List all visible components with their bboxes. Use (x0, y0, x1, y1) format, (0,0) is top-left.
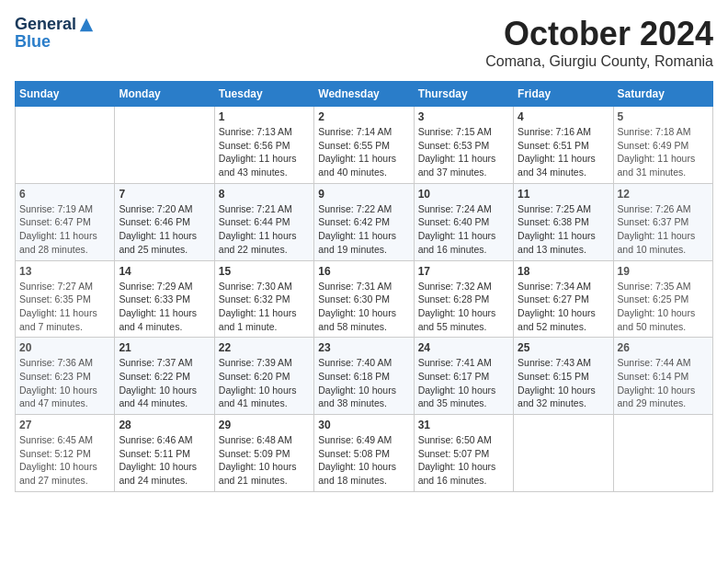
day-info: Sunrise: 7:18 AMSunset: 6:49 PMDaylight:… (618, 125, 709, 179)
day-info-line: Sunrise: 7:29 AM (119, 281, 192, 292)
day-info-line: Sunset: 6:14 PM (618, 371, 689, 382)
day-info-line: Sunrise: 7:24 AM (418, 203, 492, 214)
calendar-cell: 15Sunrise: 7:30 AMSunset: 6:32 PMDayligh… (214, 260, 313, 338)
day-info-line: Daylight: 11 hours and 37 minutes. (418, 153, 496, 178)
day-info-line: Daylight: 11 hours and 4 minutes. (119, 307, 197, 332)
day-info-line: Daylight: 11 hours and 31 minutes. (618, 153, 696, 178)
day-number: 22 (219, 341, 310, 354)
day-number: 5 (618, 110, 709, 123)
calendar-week-5: 27Sunrise: 6:45 AMSunset: 5:12 PMDayligh… (16, 415, 713, 492)
day-info-line: Sunset: 6:51 PM (518, 140, 589, 151)
day-info-line: Sunrise: 7:27 AM (19, 281, 93, 292)
day-info: Sunrise: 6:49 AMSunset: 5:08 PMDaylight:… (318, 433, 409, 488)
day-number: 31 (418, 419, 509, 431)
day-number: 8 (219, 188, 310, 201)
day-info: Sunrise: 7:31 AMSunset: 6:30 PMDaylight:… (318, 280, 409, 334)
day-number: 12 (618, 188, 709, 201)
day-info-line: Daylight: 10 hours and 52 minutes. (518, 307, 596, 332)
day-info-line: Daylight: 10 hours and 32 minutes. (518, 385, 596, 409)
day-info-line: Daylight: 10 hours and 29 minutes. (618, 385, 696, 409)
day-info-line: Sunset: 5:11 PM (119, 448, 190, 459)
day-info-line: Daylight: 10 hours and 50 minutes. (618, 307, 696, 332)
calendar-cell: 11Sunrise: 7:25 AMSunset: 6:38 PMDayligh… (514, 183, 613, 260)
day-info-line: Sunrise: 7:21 AM (219, 203, 292, 214)
day-number: 24 (418, 341, 509, 354)
calendar-cell (16, 107, 115, 184)
day-info-line: Sunrise: 7:39 AM (219, 357, 292, 368)
calendar-cell: 22Sunrise: 7:39 AMSunset: 6:20 PMDayligh… (214, 338, 313, 415)
day-info: Sunrise: 7:16 AMSunset: 6:51 PMDaylight:… (518, 125, 609, 179)
day-info-line: Sunrise: 7:25 AM (518, 203, 591, 214)
day-info-line: Daylight: 11 hours and 1 minute. (219, 307, 297, 332)
day-info-line: Daylight: 10 hours and 18 minutes. (318, 461, 396, 486)
day-info-line: Sunrise: 7:16 AM (518, 126, 591, 137)
day-info-line: Daylight: 11 hours and 40 minutes. (318, 153, 396, 178)
calendar-week-1: 1Sunrise: 7:13 AMSunset: 6:56 PMDaylight… (16, 107, 713, 184)
day-info: Sunrise: 7:36 AMSunset: 6:23 PMDaylight:… (19, 356, 110, 410)
day-info: Sunrise: 7:25 AMSunset: 6:38 PMDaylight:… (518, 202, 609, 257)
day-info-line: Sunrise: 7:35 AM (618, 281, 691, 292)
day-info-line: Sunrise: 7:19 AM (19, 203, 93, 214)
title-area: October 2024 Comana, Giurgiu County, Rom… (485, 15, 713, 70)
day-info-line: Sunrise: 6:49 AM (318, 434, 392, 445)
calendar-cell: 29Sunrise: 6:48 AMSunset: 5:09 PMDayligh… (214, 415, 313, 492)
logo: General Blue (15, 15, 95, 52)
day-info-line: Sunset: 6:20 PM (219, 371, 290, 382)
calendar-cell: 30Sunrise: 6:49 AMSunset: 5:08 PMDayligh… (314, 415, 414, 492)
day-info-line: Sunset: 6:22 PM (119, 371, 190, 382)
day-info-line: Sunset: 6:33 PM (119, 293, 190, 304)
day-info: Sunrise: 7:20 AMSunset: 6:46 PMDaylight:… (119, 202, 210, 257)
day-info: Sunrise: 7:39 AMSunset: 6:20 PMDaylight:… (219, 356, 310, 410)
calendar-cell: 8Sunrise: 7:21 AMSunset: 6:44 PMDaylight… (214, 183, 313, 260)
day-number: 14 (119, 265, 210, 278)
day-info-line: Sunrise: 7:37 AM (119, 357, 192, 368)
day-info-line: Sunset: 6:49 PM (618, 140, 689, 151)
day-info: Sunrise: 7:40 AMSunset: 6:18 PMDaylight:… (318, 356, 409, 410)
day-info-line: Sunset: 6:44 PM (219, 216, 290, 227)
calendar-week-2: 6Sunrise: 7:19 AMSunset: 6:47 PMDaylight… (16, 183, 713, 260)
calendar-header-row: SundayMondayTuesdayWednesdayThursdayFrid… (16, 82, 713, 107)
calendar-header-friday: Friday (514, 82, 613, 107)
day-info-line: Daylight: 10 hours and 21 minutes. (219, 461, 297, 486)
day-number: 17 (418, 265, 509, 278)
day-info-line: Sunset: 6:18 PM (318, 371, 390, 382)
day-info-line: Sunset: 5:12 PM (19, 448, 91, 459)
calendar-cell (613, 415, 712, 492)
day-info-line: Sunset: 6:30 PM (318, 293, 390, 304)
calendar-cell: 5Sunrise: 7:18 AMSunset: 6:49 PMDaylight… (613, 107, 712, 184)
day-info-line: Daylight: 10 hours and 58 minutes. (318, 307, 396, 332)
calendar-cell: 28Sunrise: 6:46 AMSunset: 5:11 PMDayligh… (115, 415, 214, 492)
day-number: 13 (19, 265, 110, 278)
calendar-cell: 27Sunrise: 6:45 AMSunset: 5:12 PMDayligh… (16, 415, 115, 492)
calendar-cell: 10Sunrise: 7:24 AMSunset: 6:40 PMDayligh… (414, 183, 513, 260)
day-info-line: Daylight: 11 hours and 10 minutes. (618, 230, 696, 255)
day-number: 7 (119, 188, 210, 201)
day-info-line: Sunset: 6:25 PM (618, 293, 689, 304)
day-info-line: Daylight: 10 hours and 24 minutes. (119, 461, 197, 486)
day-info-line: Daylight: 11 hours and 7 minutes. (19, 307, 97, 332)
day-info: Sunrise: 7:34 AMSunset: 6:27 PMDaylight:… (518, 280, 609, 334)
day-info-line: Sunrise: 7:22 AM (318, 203, 392, 214)
day-info: Sunrise: 7:24 AMSunset: 6:40 PMDaylight:… (418, 202, 509, 257)
day-info-line: Sunset: 6:37 PM (618, 216, 689, 227)
calendar-week-4: 20Sunrise: 7:36 AMSunset: 6:23 PMDayligh… (16, 338, 713, 415)
day-info: Sunrise: 7:30 AMSunset: 6:32 PMDaylight:… (219, 280, 310, 334)
day-info: Sunrise: 6:50 AMSunset: 5:07 PMDaylight:… (418, 433, 509, 488)
day-info-line: Daylight: 11 hours and 16 minutes. (418, 230, 496, 255)
day-number: 4 (518, 110, 609, 123)
day-info-line: Sunrise: 7:14 AM (318, 126, 392, 137)
calendar-cell: 2Sunrise: 7:14 AMSunset: 6:55 PMDaylight… (314, 107, 414, 184)
day-info: Sunrise: 6:48 AMSunset: 5:09 PMDaylight:… (219, 433, 310, 488)
calendar-cell: 26Sunrise: 7:44 AMSunset: 6:14 PMDayligh… (613, 338, 712, 415)
calendar-header-thursday: Thursday (414, 82, 513, 107)
day-info-line: Daylight: 11 hours and 34 minutes. (518, 153, 596, 178)
logo-icon (78, 17, 95, 33)
calendar-cell: 13Sunrise: 7:27 AMSunset: 6:35 PMDayligh… (16, 260, 115, 338)
day-info-line: Sunset: 6:40 PM (418, 216, 490, 227)
day-number: 26 (618, 341, 709, 354)
calendar-table: SundayMondayTuesdayWednesdayThursdayFrid… (15, 81, 713, 492)
day-number: 6 (19, 188, 110, 201)
day-info-line: Sunset: 6:56 PM (219, 140, 290, 151)
day-info: Sunrise: 7:44 AMSunset: 6:14 PMDaylight:… (618, 356, 709, 410)
day-info: Sunrise: 7:43 AMSunset: 6:15 PMDaylight:… (518, 356, 609, 410)
